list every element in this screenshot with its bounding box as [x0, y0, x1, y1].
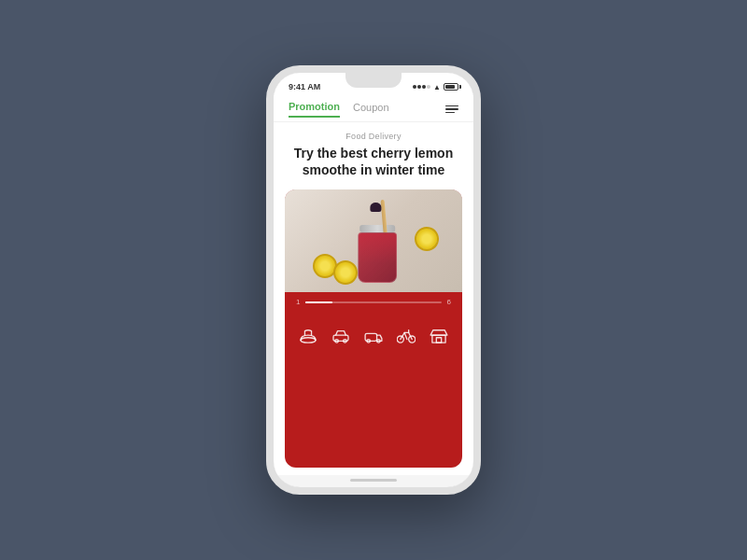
delivery-icon — [364, 329, 383, 343]
promo-title: Try the best cherry lemon smoothe in win… — [292, 145, 455, 178]
page-progress — [305, 301, 441, 303]
bottom-nav — [285, 321, 462, 353]
smoothie-scene — [285, 189, 462, 292]
signal-dot-3 — [422, 85, 426, 89]
main-content: Food Delivery Try the best cherry lemon … — [274, 122, 473, 475]
card-red-area: 1 6 — [285, 292, 462, 321]
menu-button[interactable] — [445, 105, 458, 114]
bike-icon — [397, 329, 416, 343]
nav-delivery[interactable] — [364, 329, 383, 343]
promo-category: Food Delivery — [292, 132, 455, 141]
svg-rect-9 — [431, 335, 444, 343]
home-bar — [350, 479, 397, 482]
menu-line-3 — [445, 112, 455, 114]
nav-store[interactable] — [430, 329, 448, 343]
menu-line-2 — [445, 108, 458, 110]
phone-content: Promotion Coupon Food Delivery Try the b… — [274, 95, 473, 475]
smoothie-jar — [358, 228, 397, 283]
signal-dot-1 — [413, 85, 416, 89]
signal-dots — [413, 85, 430, 89]
home-indicator — [274, 475, 473, 487]
signal-dot-2 — [417, 85, 421, 89]
food-icon — [299, 329, 317, 343]
nav-bike[interactable] — [397, 329, 416, 343]
jar-body — [358, 232, 397, 283]
svg-rect-10 — [436, 338, 441, 343]
battery-fill — [445, 85, 455, 89]
page-progress-fill — [305, 301, 332, 303]
pagination-bar: 1 6 — [296, 298, 451, 306]
tab-promotion[interactable]: Promotion — [289, 101, 340, 118]
nav-food[interactable] — [299, 329, 317, 343]
wifi-icon: ▲ — [433, 83, 441, 91]
status-icons: ▲ — [413, 83, 458, 91]
garnish — [370, 203, 381, 212]
promo-card[interactable]: 1 6 — [285, 189, 462, 468]
page-current: 1 — [296, 298, 300, 306]
status-time: 9:41 AM — [289, 82, 320, 91]
car-icon — [331, 329, 350, 343]
page-total: 6 — [447, 298, 451, 306]
phone-frame: 9:41 AM ▲ Promotion Coupon — [266, 65, 481, 495]
phone-notch — [345, 73, 402, 88]
svg-point-0 — [301, 338, 316, 343]
nav-car[interactable] — [331, 329, 350, 343]
jar-lid — [359, 225, 395, 232]
signal-dot-4 — [427, 85, 430, 89]
battery-icon — [444, 83, 458, 91]
menu-line-1 — [445, 105, 458, 107]
nav-tabs: Promotion Coupon — [274, 95, 473, 122]
jar-content — [359, 233, 396, 262]
store-icon — [430, 329, 448, 343]
card-image — [285, 189, 462, 292]
tab-coupon[interactable]: Coupon — [353, 102, 389, 117]
promo-header: Food Delivery Try the best cherry lemon … — [274, 122, 473, 182]
